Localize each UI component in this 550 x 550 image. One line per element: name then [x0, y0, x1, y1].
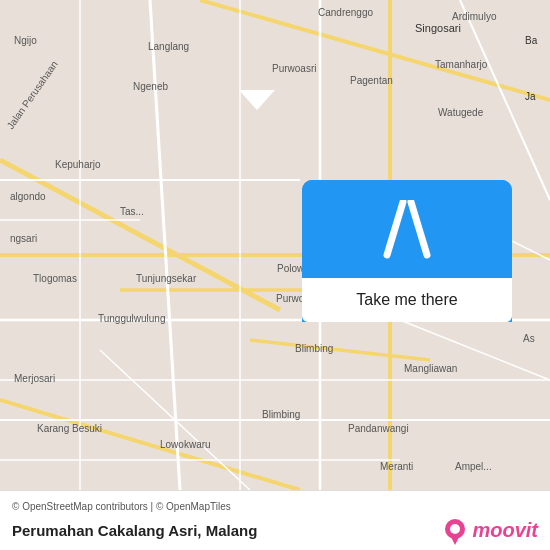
- bottom-row: Perumahan Cakalang Asri, Malang moovit: [12, 517, 538, 545]
- svg-text:As: As: [523, 333, 535, 344]
- svg-text:Tas...: Tas...: [120, 206, 144, 217]
- svg-line-57: [387, 202, 403, 255]
- svg-text:Ba: Ba: [525, 35, 538, 46]
- take-me-there-button[interactable]: Take me there: [302, 278, 512, 322]
- svg-text:Singosari: Singosari: [415, 22, 461, 34]
- map-container: Singosari Candrenggo Ardimulyo Tamanharj…: [0, 0, 550, 490]
- svg-text:Kepuharjo: Kepuharjo: [55, 159, 101, 170]
- svg-text:Mangliawan: Mangliawan: [404, 363, 457, 374]
- svg-text:Pagentan: Pagentan: [350, 75, 393, 86]
- svg-text:Tlogomas: Tlogomas: [33, 273, 77, 284]
- bottom-bar: © OpenStreetMap contributors | © OpenMap…: [0, 490, 550, 550]
- svg-text:Blimbing: Blimbing: [295, 343, 333, 354]
- attribution-text: © OpenStreetMap contributors | © OpenMap…: [12, 501, 538, 512]
- popup-icon-area: [302, 180, 512, 278]
- moovit-logo: moovit: [441, 517, 538, 545]
- svg-text:Lowokwaru: Lowokwaru: [160, 439, 211, 450]
- svg-text:Karang Besuki: Karang Besuki: [37, 423, 102, 434]
- svg-text:Purwoasri: Purwoasri: [272, 63, 316, 74]
- svg-text:Candrenggo: Candrenggo: [318, 7, 373, 18]
- svg-text:algondo: algondo: [10, 191, 46, 202]
- svg-text:Tunggulwulung: Tunggulwulung: [98, 313, 165, 324]
- svg-text:Langlang: Langlang: [148, 41, 189, 52]
- svg-text:Ardimulyo: Ardimulyo: [452, 11, 497, 22]
- svg-text:Tamanharjo: Tamanharjo: [435, 59, 488, 70]
- moovit-icon: [441, 517, 469, 545]
- svg-text:Blimbing: Blimbing: [262, 409, 300, 420]
- svg-text:Meranti: Meranti: [380, 461, 413, 472]
- svg-text:Ja: Ja: [525, 91, 536, 102]
- svg-text:Merjosari: Merjosari: [14, 373, 55, 384]
- svg-text:Pandanwangi: Pandanwangi: [348, 423, 409, 434]
- svg-text:Ngijo: Ngijo: [14, 35, 37, 46]
- svg-text:Ampel...: Ampel...: [455, 461, 492, 472]
- svg-text:ngsari: ngsari: [10, 233, 37, 244]
- road-icon: [367, 200, 447, 260]
- svg-line-58: [411, 202, 427, 255]
- popup-tail: [152, 90, 362, 110]
- svg-text:Watugede: Watugede: [438, 107, 484, 118]
- svg-text:Tunjungsekar: Tunjungsekar: [136, 273, 197, 284]
- location-name: Perumahan Cakalang Asri, Malang: [12, 522, 257, 539]
- popup-card: Take me there: [302, 180, 512, 322]
- svg-point-61: [450, 524, 460, 534]
- moovit-text: moovit: [472, 519, 538, 542]
- svg-marker-60: [450, 535, 460, 545]
